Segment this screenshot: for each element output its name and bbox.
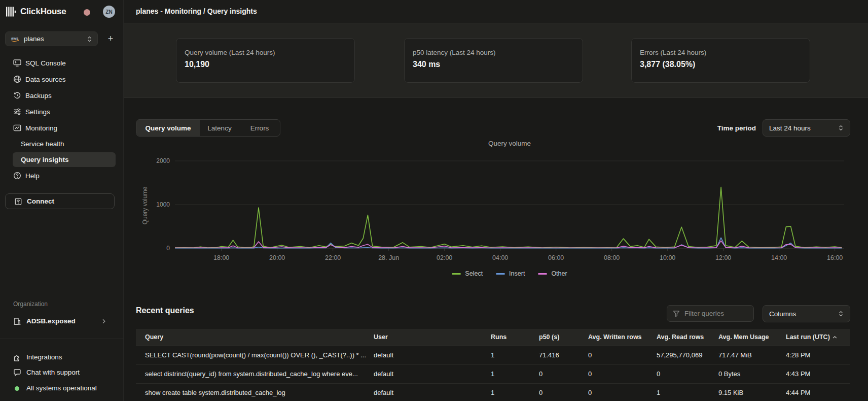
col-header-last-run[interactable]: Last run (UTC) bbox=[786, 329, 850, 346]
svg-text:20:00: 20:00 bbox=[269, 254, 285, 261]
legend-item-insert[interactable]: Insert bbox=[496, 270, 525, 277]
stat-label: p50 latency (Last 24 hours) bbox=[413, 49, 574, 56]
columns-label: Columns bbox=[769, 310, 834, 318]
sidebar-item-service-health[interactable]: Service health bbox=[0, 136, 124, 151]
chevron-up-down-icon bbox=[838, 125, 844, 131]
sidebar-item-label: Settings bbox=[25, 108, 50, 116]
stat-value: 10,190 bbox=[185, 60, 346, 69]
cell-avg-mem-usage: 717.47 MiB bbox=[718, 346, 786, 364]
cell-last-run: 4:43 PM bbox=[786, 364, 850, 383]
insert-series-swatch bbox=[496, 273, 505, 275]
cell-last-run: 4:28 PM bbox=[786, 346, 850, 364]
cell-avg-written-rows: 0 bbox=[588, 383, 657, 401]
clickhouse-logo-icon bbox=[6, 6, 17, 17]
cell-avg-read-rows: 0 bbox=[657, 364, 718, 383]
svg-text:Query volume: Query volume bbox=[141, 186, 149, 224]
cell-user: default bbox=[374, 346, 491, 364]
puzzle-icon bbox=[13, 353, 21, 361]
clickhouse-cloud-app: ClickHouse ZN aws planes + SQL Console bbox=[0, 0, 868, 401]
organization-section-label: Organization bbox=[13, 300, 48, 308]
svg-text:aws: aws bbox=[11, 36, 18, 41]
legend-label: Select bbox=[465, 270, 483, 277]
service-selector[interactable]: aws planes bbox=[5, 31, 98, 46]
filter-queries-input[interactable] bbox=[684, 310, 745, 317]
cell-avg-read-rows: 1 bbox=[657, 383, 718, 401]
time-period-select[interactable]: Last 24 hours bbox=[763, 119, 850, 137]
service-name: planes bbox=[24, 35, 82, 43]
footer-item-label: Integrations bbox=[26, 350, 62, 365]
sidebar-item-data-sources[interactable]: Data sources bbox=[0, 72, 124, 87]
svg-text:08:00: 08:00 bbox=[604, 254, 620, 261]
col-header-runs[interactable]: Runs bbox=[491, 329, 539, 346]
chevron-up-down-icon bbox=[838, 311, 844, 317]
organization-name: ADSB.exposed bbox=[26, 314, 76, 328]
stat-label: Query volume (Last 24 hours) bbox=[185, 49, 346, 56]
cell-user: default bbox=[374, 383, 491, 401]
svg-text:12:00: 12:00 bbox=[715, 254, 731, 261]
chat-icon bbox=[13, 369, 21, 377]
stat-label: Errors (Last 24 hours) bbox=[640, 49, 802, 56]
col-header-user[interactable]: User bbox=[374, 329, 491, 346]
table-row[interactable]: SELECT CAST(round(pow(count() / max(coun… bbox=[136, 346, 850, 364]
sidebar-item-integrations[interactable]: Integrations bbox=[0, 350, 124, 365]
sidebar: ClickHouse ZN aws planes + SQL Console bbox=[0, 0, 124, 401]
sidebar-item-query-insights[interactable]: Query insights bbox=[13, 152, 116, 167]
col-header-avg-written-rows[interactable]: Avg. Written rows bbox=[588, 329, 657, 346]
sidebar-item-monitoring[interactable]: Monitoring bbox=[0, 120, 124, 136]
cell-user: default bbox=[374, 364, 491, 383]
tab-latency[interactable]: Latency bbox=[200, 120, 239, 136]
stats-band: Query volume (Last 24 hours) 10,190 p50 … bbox=[124, 23, 868, 98]
table-row[interactable]: select distrinct(query_id) from system.d… bbox=[136, 364, 850, 383]
svg-text:06:00: 06:00 bbox=[548, 254, 564, 261]
svg-text:16:00: 16:00 bbox=[827, 254, 843, 261]
sidebar-item-sql-console[interactable]: SQL Console bbox=[0, 55, 124, 71]
sidebar-item-settings[interactable]: Settings bbox=[0, 104, 124, 119]
cell-avg-mem-usage: 9.15 KiB bbox=[718, 383, 786, 401]
notification-dot[interactable] bbox=[84, 9, 90, 16]
cell-runs: 1 bbox=[491, 383, 539, 401]
user-avatar[interactable]: ZN bbox=[103, 6, 115, 18]
columns-select[interactable]: Columns bbox=[763, 305, 850, 322]
cell-avg-read-rows: 57,295,770,069 bbox=[657, 346, 718, 364]
time-period-control: Time period Last 24 hours bbox=[717, 119, 850, 137]
chart-legend: Select Insert Other bbox=[175, 270, 844, 277]
legend-item-select[interactable]: Select bbox=[452, 270, 483, 277]
query-volume-chart[interactable]: 010002000Query volume18:0020:0022:0028. … bbox=[124, 146, 868, 268]
col-header-query[interactable]: Query bbox=[136, 329, 374, 346]
footer-item-label: Chat with support bbox=[26, 365, 80, 380]
table-row[interactable]: show create table system.distributed_cac… bbox=[136, 383, 850, 401]
sliders-icon bbox=[13, 108, 21, 116]
system-status[interactable]: All systems operational bbox=[0, 381, 124, 396]
sort-ascending-icon bbox=[833, 336, 837, 339]
col-header-avg-read-rows[interactable]: Avg. Read rows bbox=[657, 329, 718, 346]
tab-errors[interactable]: Errors bbox=[239, 120, 280, 136]
cell-runs: 1 bbox=[491, 346, 539, 364]
stat-card-errors: Errors (Last 24 hours) 3,877 (38.05%) bbox=[631, 38, 810, 83]
cell-last-run: 4:44 PM bbox=[786, 383, 850, 401]
sidebar-item-label: Query insights bbox=[21, 156, 69, 163]
organization-row[interactable]: ADSB.exposed bbox=[0, 314, 124, 328]
connect-button[interactable]: Connect bbox=[5, 193, 115, 209]
legend-item-other[interactable]: Other bbox=[538, 270, 567, 277]
cell-avg-written-rows: 0 bbox=[588, 346, 657, 364]
sidebar-item-chat-support[interactable]: Chat with support bbox=[0, 365, 124, 380]
tab-query-volume[interactable]: Query volume bbox=[136, 120, 200, 136]
col-header-p50[interactable]: p50 (s) bbox=[539, 329, 588, 346]
page-title: planes - Monitoring / Query insights bbox=[136, 0, 257, 23]
time-period-label: Time period bbox=[717, 124, 756, 132]
svg-text:10:00: 10:00 bbox=[660, 254, 675, 261]
globe-icon bbox=[13, 75, 21, 83]
sidebar-item-backups[interactable]: Backups bbox=[0, 88, 124, 103]
legend-label: Other bbox=[551, 270, 567, 277]
add-service-button[interactable]: + bbox=[104, 32, 117, 45]
svg-text:14:00: 14:00 bbox=[771, 254, 787, 261]
sidebar-item-help[interactable]: Help bbox=[0, 168, 124, 183]
sidebar-item-label: Data sources bbox=[25, 76, 66, 83]
other-series-swatch bbox=[538, 273, 547, 275]
col-header-avg-mem-usage[interactable]: Avg. Mem Usage bbox=[718, 329, 786, 346]
sidebar-divider bbox=[0, 339, 124, 339]
brand[interactable]: ClickHouse bbox=[6, 6, 66, 17]
stat-card-p50-latency: p50 latency (Last 24 hours) 340 ms bbox=[404, 38, 583, 83]
sidebar-item-label: Backups bbox=[25, 92, 52, 99]
sidebar-item-label: SQL Console bbox=[25, 59, 66, 67]
